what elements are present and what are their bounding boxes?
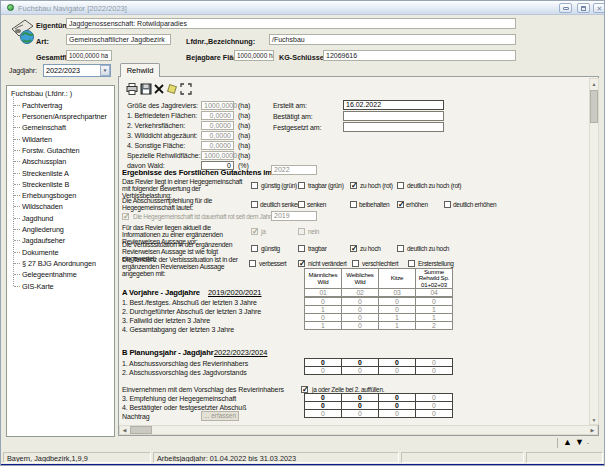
unit-label: (ha) (238, 142, 250, 149)
festgesetzt-am-label: Festgesetzt am: (273, 124, 321, 131)
cell[interactable]: 0 (305, 394, 342, 402)
checkbox-deutlich-senken[interactable] (251, 201, 258, 208)
form-label: Größe des Jagdreviers: (127, 102, 198, 109)
tree-item-streckenliste-b[interactable]: Streckenliste B (22, 180, 69, 189)
checkbox-zu-hoch[interactable] (350, 245, 357, 252)
close-button[interactable]: ✕ (593, 3, 605, 13)
art-field[interactable]: Gemeinschaftlicher Jagdbezirk (66, 34, 171, 45)
form-label: 4. Sonstige Fläche: (127, 142, 185, 149)
erstellt-am-field[interactable]: 16.02.2022 (343, 100, 444, 110)
section-a-title: A Vorjahre - Jagdjahre (122, 288, 200, 297)
checkbox-guenstig[interactable] (251, 245, 258, 252)
cell[interactable]: 0 (379, 359, 416, 367)
print-button[interactable] (126, 83, 138, 95)
title-bar: Fuchsbau Navigator [2022/2023] ✕ (1, 1, 604, 15)
tree-item-gelegeentnahme[interactable]: Gelegeentnahme (22, 270, 77, 279)
tree-item-jagdhund[interactable]: Jagdhund (22, 214, 53, 223)
tree-item-pachtvertrag[interactable]: Pachtvertrag (22, 101, 62, 110)
section-a-years-link[interactable]: 2019/2020/2021 (208, 288, 261, 297)
tree-item-wildschaden[interactable]: Wildschaden (22, 202, 63, 211)
cell[interactable]: 0 (342, 359, 379, 367)
tree-item-personen[interactable]: Personen/Ansprechpartner (22, 112, 107, 121)
sonstige-flaeche-field: 0,0000 (201, 141, 234, 150)
tree-item-streckenliste-a[interactable]: Streckenliste A (22, 169, 69, 178)
tree-item-wildarten[interactable]: Wildarten (22, 135, 52, 144)
checkbox-ersterstellung[interactable] (408, 260, 415, 267)
cell[interactable]: 0 (342, 402, 379, 410)
checkbox-deutlich-zu-hoch[interactable] (397, 245, 404, 252)
checkbox-deutlich-erhoehen[interactable] (444, 201, 451, 208)
dauerhaft-rot-jahr-field: 2019 (271, 211, 317, 221)
checkbox-nicht-veraendert[interactable] (298, 260, 305, 267)
checkbox-guenstig-gruen[interactable] (251, 182, 258, 189)
scroll-down-icon[interactable]: ▼ (589, 415, 599, 424)
cell: 0 (342, 306, 379, 314)
row-label: 4. Bestätigter oder festgesetzter Abschu… (122, 404, 246, 411)
tree-item-angliederung[interactable]: Angliederung (22, 225, 64, 234)
nachtrag-erfassen-button: ... erfassen (201, 411, 239, 421)
row-label: 1. Abschussvorschlag des Revierinhabers (122, 360, 248, 367)
checkbox-erhoehen[interactable] (397, 201, 404, 208)
tree-item-forstw-gutachten[interactable]: Forstw. Gutachten (22, 146, 80, 155)
lfdnr-label: Lfdnr.,Bezeichnung: (186, 37, 255, 46)
tree-item-abschussplan[interactable]: Abschussplan (22, 157, 66, 166)
navigate-up-button[interactable]: ▲ (563, 437, 572, 447)
cell: 0 (305, 298, 342, 306)
scroll-left-icon[interactable]: ◀ (120, 425, 129, 435)
tree-root-node[interactable]: Fuchsbau (Lfdnr.: ) (11, 89, 72, 98)
tree-item-dokumente[interactable]: Dokumente (22, 248, 58, 257)
cell[interactable]: 0 (379, 394, 416, 402)
checkbox-verbessert[interactable] (249, 260, 256, 267)
note-button[interactable] (166, 83, 178, 95)
tree-item-jagdaufseher[interactable]: Jagdaufseher (22, 236, 65, 245)
delete-button[interactable] (153, 83, 165, 95)
tab-rehwild[interactable]: Rehwild (120, 63, 160, 77)
cell[interactable]: 0 (342, 394, 379, 402)
dauerhaft-rot-label: Die Hegegemeinschaft ist dauerhaft rot s… (133, 213, 271, 220)
cell[interactable]: 0 (305, 402, 342, 410)
lfdnr-field[interactable]: /Fuchsbau (269, 34, 516, 45)
scroll-up-icon[interactable]: ▲ (589, 79, 599, 88)
checkbox-verschlechtert[interactable] (352, 260, 359, 267)
fullscreen-button[interactable] (180, 83, 192, 95)
cell: 0 (379, 306, 416, 314)
rehwildflaeche-field: 1000,0000 (201, 151, 234, 160)
bestaetigt-am-field[interactable] (343, 111, 444, 121)
checkbox-senken[interactable] (298, 201, 305, 208)
row-label: 2. Durchgeführter Abschuß der letzten 3 … (122, 308, 261, 315)
vertical-scrollbar[interactable] (589, 78, 599, 425)
horizontal-scroll-thumb[interactable] (130, 426, 152, 434)
eigentuemer-field[interactable]: Jagdgenossenschaft: Rotwildparadies (66, 18, 516, 29)
minimize-button[interactable] (559, 3, 572, 13)
scroll-right-icon[interactable]: ▶ (588, 425, 597, 435)
save-button[interactable] (140, 83, 152, 95)
tree-item-gemeinschaft[interactable]: Gemeinschaft (22, 123, 66, 132)
vertical-scroll-thumb[interactable] (590, 90, 598, 123)
bejagbare-flaeche-field[interactable]: 1000,0000 ha (234, 50, 274, 61)
col-number: 03 (379, 289, 416, 297)
section-b-years-link[interactable]: 2022/2023/2024 (214, 348, 267, 357)
cell: 0 (342, 367, 379, 375)
cell: 0 (416, 402, 453, 410)
nachtrag-label: Nachtrag (122, 413, 150, 420)
tree-item-erhebungsbogen[interactable]: Erhebungsbogen (22, 191, 76, 200)
gesamtflaeche-field[interactable]: 1000,0000 ha (66, 50, 112, 61)
tree-item-gis-karte[interactable]: GIS-Karte (22, 282, 54, 291)
cell: 0 (416, 367, 453, 375)
navigate-down-button[interactable]: ▼ (575, 437, 584, 447)
checkbox-tragbar[interactable] (298, 245, 305, 252)
maximize-button[interactable] (577, 3, 590, 13)
checkbox-deutlich-zu-hoch-rot[interactable] (397, 182, 404, 189)
festgesetzt-am-field[interactable] (343, 122, 444, 132)
kg-schluessel-field[interactable]: 12069616 (323, 50, 516, 61)
checkbox-label: günstig (grün) (261, 182, 297, 189)
checkbox-zu-hoch-rot[interactable] (350, 182, 357, 189)
tree-item-bjg-anordnungen[interactable]: § 27 BJG Anordnungen (22, 259, 96, 268)
cell[interactable]: 0 (305, 359, 342, 367)
jagdjahr-dropdown-button[interactable]: ▼ (100, 65, 110, 76)
checkbox-tragbar-gruen[interactable] (298, 182, 305, 189)
horizontal-scrollbar[interactable] (119, 425, 598, 435)
checkbox-beibehalten[interactable] (350, 201, 357, 208)
checkbox-einvernehmen[interactable] (301, 386, 308, 393)
cell[interactable]: 0 (379, 402, 416, 410)
